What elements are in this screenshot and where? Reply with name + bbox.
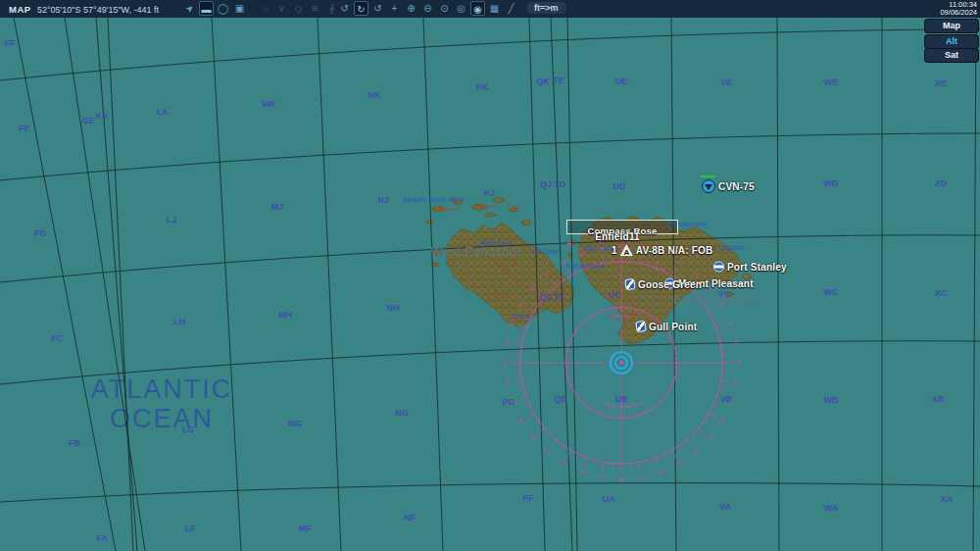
waypoint-icon[interactable]: ◇ (291, 1, 306, 16)
map-mode-label: MAP (9, 4, 31, 15)
unit-health-bar (701, 175, 715, 177)
place-name-label: Steeple Jason West (403, 196, 464, 203)
marker-goose-green[interactable]: Goose Green (625, 279, 702, 290)
svg-text:150: 150 (674, 460, 683, 468)
grid-square-label: GE (81, 116, 94, 125)
grid-square-label: XE (935, 78, 947, 88)
svg-text:180: 180 (617, 476, 625, 481)
marker-label: Gull Point (649, 322, 697, 332)
marker-label: Goose Green (638, 279, 702, 290)
grid-square-label: FB (69, 438, 80, 448)
rotate-left-icon[interactable]: ↺ (337, 1, 352, 16)
grid-square-label: TE (553, 75, 564, 85)
marker-enfield11[interactable]: Enfield11 (595, 226, 640, 244)
signal-icon[interactable]: ≋ (308, 1, 322, 16)
circle-select-icon[interactable]: ◯ (216, 1, 230, 16)
grid-square-label: LG (182, 425, 195, 434)
grid-square-label: VE (720, 77, 732, 87)
unit-toggle-button[interactable]: ft=>m (527, 2, 565, 14)
fob-unit-icon: A (620, 244, 633, 256)
cursor-icon[interactable]: ➤ (179, 0, 200, 19)
center-target-icon[interactable]: ◎ (454, 1, 468, 16)
layer-button-map[interactable]: Map (925, 20, 978, 32)
routes-icon[interactable]: ⋎ (274, 1, 289, 16)
marker-gull-point[interactable]: Gull Point (636, 322, 697, 332)
svg-text:30: 30 (676, 259, 683, 266)
grid-square-label: MF (299, 524, 312, 533)
farp-icon (635, 321, 646, 332)
grid-square-label: WA (824, 503, 839, 513)
dcs-f10-map[interactable]: ATLANTIC OCEAN (0, 0, 980, 551)
rotate-right-icon[interactable]: ↺ (370, 1, 385, 16)
place-name-label: Port Howard (566, 263, 605, 270)
zoom-actual-icon[interactable]: ⊙ (437, 1, 452, 16)
grid-square-label: PK (476, 82, 489, 92)
zoom-out-icon[interactable]: ⊖ (420, 1, 435, 16)
toolbar-icon-group-c: ↺↻↺+⊕⊖⊙◎◉▦╱ (337, 1, 518, 16)
grid-square-label: TC (554, 292, 565, 302)
layer-button-alt[interactable]: Alt (925, 35, 978, 48)
svg-text:130: 130 (706, 433, 714, 442)
grid-square-label: MG (288, 419, 303, 428)
grid-square-label: XC (935, 288, 948, 298)
layer-button-sat[interactable]: Sat (925, 49, 978, 62)
grid-square-label: PF (522, 493, 534, 503)
pan-tool-icon[interactable]: ▬ (199, 1, 214, 16)
grid-icon[interactable]: ▦ (487, 1, 502, 16)
place-name-label: Creek (512, 313, 530, 320)
region-label-east-falklands: East Falklands (673, 292, 763, 307)
grid-square-label: LH (173, 317, 185, 326)
marker-cvn75[interactable]: CVN-75 (702, 179, 755, 193)
grid-square-label: QC (539, 292, 553, 302)
svg-text:170: 170 (637, 475, 646, 480)
ruler-icon[interactable]: ╱ (504, 1, 518, 16)
svg-text:320: 320 (542, 270, 551, 278)
layers-icon[interactable]: ▣ (232, 1, 247, 16)
svg-text:220: 220 (542, 447, 551, 456)
svg-text:80: 80 (733, 340, 739, 346)
grid-square-label: KK (96, 111, 109, 121)
zoom-in-icon[interactable]: ⊕ (404, 1, 418, 16)
grid-square-label: XD (935, 178, 948, 188)
grid-square-label: FD (34, 228, 46, 238)
svg-text:100: 100 (733, 378, 739, 387)
grid-square-label: UE (615, 76, 628, 86)
grid-square-label: MK (262, 99, 275, 109)
rotate-reset-icon[interactable]: ↻ (354, 1, 368, 16)
grid-square-label: PJ (483, 188, 494, 198)
toolbar-icon-group-b: ☼⋎◇≋∮ (258, 1, 339, 16)
svg-text:270: 270 (503, 359, 508, 367)
marker-av8b-fob[interactable]: 1 A AV-8B N/A: FOB (612, 244, 713, 256)
pan-move-icon[interactable]: + (387, 1, 402, 16)
place-name-label: Hill Cove (531, 248, 559, 255)
svg-text:120: 120 (717, 417, 725, 426)
grid-square-label: UD (613, 181, 626, 191)
grid-square-label: MH (278, 310, 292, 320)
grid-square-label: WB (824, 395, 839, 405)
ocean-label: ATLANTIC OCEAN (59, 375, 265, 433)
grid-square-label: WD (824, 178, 839, 188)
grid-square-label: NG (395, 408, 409, 418)
svg-text:300: 300 (516, 300, 524, 309)
grid-square-label: UB (615, 394, 628, 404)
svg-text:90: 90 (735, 360, 740, 366)
grid-square-label: NJ (377, 195, 389, 205)
ocean-label-line1: ATLANTIC (59, 375, 265, 404)
svg-text:230: 230 (528, 432, 537, 441)
grid-square-label: QJ (540, 179, 552, 189)
grid-square-label: PG (502, 397, 514, 407)
globe-icon[interactable]: ◉ (470, 1, 485, 16)
marker-label: AV-8B N/A: FOB (636, 245, 713, 256)
region-label-west-falklands: West Falklands (430, 244, 524, 259)
grid-square-label: QB (554, 394, 567, 404)
grid-square-label: UA (603, 494, 615, 504)
svg-text:MAG 4°30'W: MAG 4°30'W (610, 313, 634, 319)
svg-text:190: 190 (597, 475, 606, 480)
grid-square-label: WC (824, 287, 839, 297)
toolbar-icon-group-a: ➤▬◯▣ (182, 1, 247, 16)
marker-port-stanley[interactable]: Port Stanley (713, 262, 787, 273)
svg-text:210: 210 (559, 459, 567, 467)
svg-text:40: 40 (693, 271, 700, 277)
weather-icon[interactable]: ☼ (258, 1, 272, 16)
top-toolbar: MAP 52°05'10"S 57°49'15"W, -441 ft ➤▬◯▣ … (0, 0, 980, 18)
